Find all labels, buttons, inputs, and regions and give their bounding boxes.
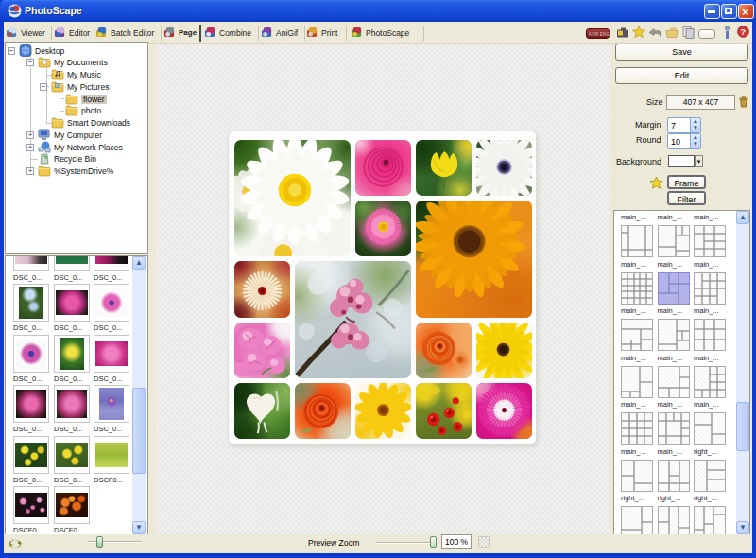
svg-text:?: ?	[741, 27, 747, 37]
